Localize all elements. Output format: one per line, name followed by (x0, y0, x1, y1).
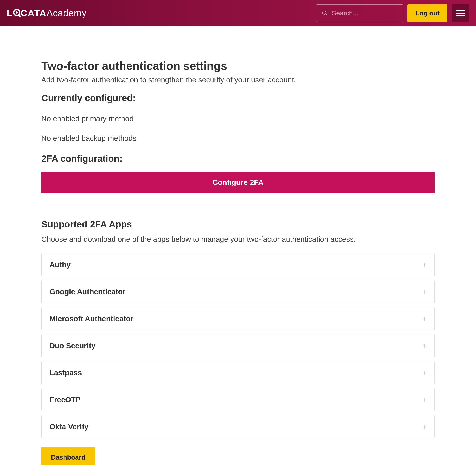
configure-2fa-button[interactable]: Configure 2FA (41, 172, 435, 193)
page-title: Two-factor authentication settings (41, 59, 435, 73)
page-subtitle: Add two-factor authentication to strengt… (41, 75, 435, 84)
configured-heading: Currently configured: (41, 93, 435, 103)
logo-text-light: Academy (47, 8, 87, 19)
app-accordion-item[interactable]: FreeOTP+ (41, 388, 435, 411)
hamburger-icon (456, 10, 465, 17)
primary-method-status: No enabled primary method (41, 114, 435, 123)
search-box[interactable] (316, 4, 403, 22)
app-accordion-item[interactable]: Okta Verify+ (41, 415, 435, 438)
search-input[interactable] (332, 10, 398, 17)
apps-subtitle: Choose and download one of the apps belo… (41, 235, 435, 243)
svg-rect-3 (456, 12, 465, 14)
plus-icon: + (422, 315, 427, 323)
svg-rect-2 (456, 10, 465, 11)
app-accordion-item[interactable]: Microsoft Authenticator+ (41, 307, 435, 330)
logo-text-bold-prefix: L (7, 8, 13, 19)
app-name: Okta Verify (49, 423, 89, 431)
svg-line-1 (326, 14, 327, 16)
svg-point-0 (323, 11, 326, 14)
app-name: Lastpass (49, 368, 82, 377)
plus-icon: + (422, 396, 427, 404)
config-heading: 2FA configuration: (41, 153, 435, 164)
plus-icon: + (422, 369, 427, 377)
dashboard-button[interactable]: Dashboard (41, 447, 95, 465)
app-accordion-item[interactable]: Duo Security+ (41, 334, 435, 357)
menu-button[interactable] (452, 4, 469, 22)
plus-icon: + (422, 342, 427, 350)
plus-icon: + (422, 288, 427, 296)
svg-rect-4 (456, 15, 465, 16)
app-accordion-item[interactable]: Lastpass+ (41, 361, 435, 384)
backup-method-status: No enabled backup methods (41, 134, 435, 142)
app-accordion-item[interactable]: Authy+ (41, 253, 435, 276)
top-header: L CATA Academy Log out (0, 0, 476, 26)
plus-icon: + (422, 261, 427, 269)
app-name: FreeOTP (49, 395, 81, 404)
main-content: Two-factor authentication settings Add t… (41, 26, 435, 465)
logo-text-bold-suffix: CATA (21, 8, 47, 19)
app-name: Microsoft Authenticator (49, 314, 133, 323)
plus-icon: + (422, 423, 427, 431)
app-name: Authy (49, 260, 71, 269)
logout-button[interactable]: Log out (408, 4, 447, 22)
search-icon (322, 10, 328, 16)
app-name: Duo Security (49, 341, 96, 350)
apps-heading: Supported 2FA Apps (41, 219, 435, 230)
app-accordion-item[interactable]: Google Authenticator+ (41, 280, 435, 303)
logo-o-icon (13, 9, 21, 16)
apps-list: Authy+Google Authenticator+Microsoft Aut… (41, 253, 435, 438)
logo[interactable]: L CATA Academy (7, 8, 87, 19)
app-name: Google Authenticator (49, 287, 125, 296)
